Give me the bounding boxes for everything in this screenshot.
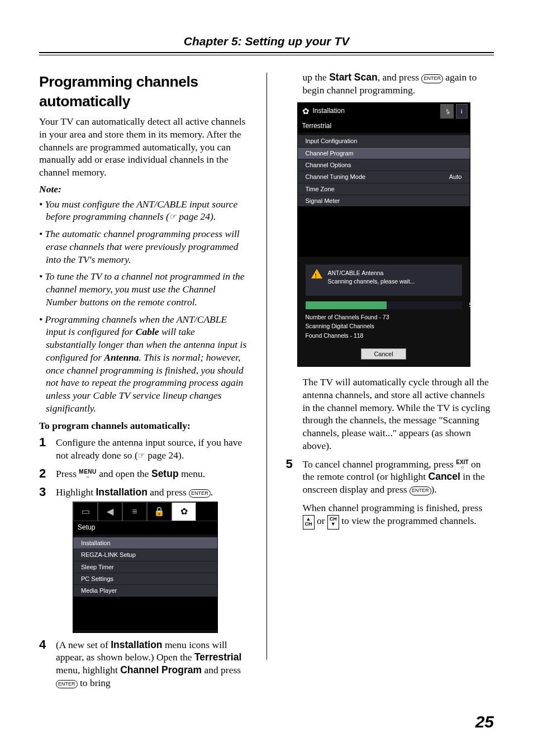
chapter-title: Chapter 5: Setting up your TV (0, 0, 533, 52)
section-heading: Programming channels automatically (39, 72, 248, 111)
note-list: You must configure the ANT/CABLE input s… (39, 198, 248, 415)
progress-fill (306, 301, 387, 309)
alert-line-2: Scanning channels, please wait... (328, 277, 456, 286)
tab-sound-icon: ◀ (98, 502, 122, 521)
step-3: Highlight Installation and press ENTER. … (39, 486, 248, 633)
menu-item-signal-meter: Signal Meter (298, 195, 470, 206)
enter-button-icon: ENTER (410, 486, 431, 495)
channel-down-icon (327, 515, 339, 530)
channel-up-icon (303, 515, 315, 530)
procedure-heading: To program channels automatically: (39, 419, 248, 432)
step-1: Configure the antenna input source, if y… (39, 436, 248, 462)
page-number: 25 (475, 711, 494, 733)
tab-setup-icon: ✿ (172, 502, 196, 521)
scan-stats: Number of Channels Found - 73 Scanning D… (306, 313, 462, 341)
menu-item-channel-options: Channel Options (298, 159, 470, 171)
enter-button-icon: ENTER (189, 489, 211, 498)
note-label: Note: (39, 183, 248, 196)
right-column: up the Start Scan, and press ENTER again… (286, 69, 494, 694)
stat-channels-found: Number of Channels Found - 73 (306, 313, 462, 322)
cancel-button[interactable]: Cancel (361, 348, 406, 360)
note-item: The automatic channel programming proces… (39, 228, 248, 266)
menu-item-sleep-timer: Sleep Timer (73, 561, 217, 573)
title-row: ✿ Installation ʰᵧᵧ i (298, 103, 470, 120)
note-item: To tune the TV to a channel not programm… (39, 270, 248, 308)
step-5: To cancel channel programming, press EXI… (286, 458, 494, 530)
pointer-icon: ☞ (169, 212, 177, 221)
left-column: Programming channels automatically Your … (39, 69, 248, 694)
step-4-continued: up the Start Scan, and press ENTER again… (286, 71, 494, 97)
menu-item-time-zone: Time Zone (298, 183, 470, 195)
alert-line-1: ANT/CABLE Antenna (328, 269, 456, 277)
enter-button-icon: ENTER (56, 680, 78, 689)
section-label: Setup (73, 521, 217, 535)
alert-box: ! ANT/CABLE Antenna Scanning channels, p… (306, 264, 462, 295)
note-item: You must configure the ANT/CABLE input s… (39, 198, 248, 224)
tab-info-icon: i (456, 104, 467, 119)
enter-button-icon: ENTER (421, 74, 443, 83)
pointer-icon: ☞ (138, 451, 145, 460)
exit-button-icon: EXIT○ (456, 460, 468, 470)
note-item: Programming channels when the ANT/CABLE … (39, 313, 248, 415)
panel-title: Installation (313, 107, 345, 116)
installation-menu-list: Input Configuration Channel Program Chan… (298, 133, 470, 259)
progress-percent: 52% (469, 301, 480, 309)
intro-paragraph: Your TV can automatically detect all act… (39, 115, 248, 179)
step-2: Press MENU○ and open the Setup menu. (39, 467, 248, 480)
gear-icon: ✿ (302, 106, 310, 117)
tab-preferences-icon: ≡ (122, 502, 147, 521)
menu-item-pc-settings: PC Settings (73, 573, 217, 584)
step-4-result-paragraph: The TV will automatically cycle through … (286, 376, 494, 452)
column-divider (266, 73, 267, 660)
progress-bar: 52% (306, 301, 462, 309)
setup-menu-list: Installation REGZA-LINK Setup Sleep Time… (73, 535, 217, 632)
menu-item-regza-link: REGZA-LINK Setup (73, 549, 217, 560)
step-list: Configure the antenna input source, if y… (39, 436, 248, 689)
menu-button-icon: MENU○ (79, 469, 96, 480)
menu-item-installation: Installation (73, 537, 217, 549)
tab-picture-icon: ▭ (73, 502, 98, 521)
divider-thin (39, 55, 494, 55)
stat-found-channels: Found Channels - 118 (306, 331, 462, 341)
setup-menu-screenshot: ▭ ◀ ≡ 🔒 ✿ Setup Installation REGZA-LINK … (73, 502, 218, 632)
step-list-continued: To cancel channel programming, press EXI… (286, 458, 494, 530)
menu-item-channel-program: Channel Program (298, 147, 470, 159)
menu-item-input-config: Input Configuration (298, 135, 470, 147)
tab-lock-icon: 🔒 (147, 502, 172, 521)
step-4: (A new set of Installation menu icons wi… (39, 639, 248, 689)
section-label-terrestrial: Terrestrial (298, 120, 470, 133)
stat-scanning-digital: Scanning Digital Channels (306, 322, 462, 331)
tab-antenna-icon: ʰᵧᵧ (440, 104, 454, 119)
menu-item-media-player: Media Player (73, 584, 217, 596)
divider-thick (39, 52, 494, 53)
menu-item-channel-tuning: Channel Tuning ModeAuto (298, 171, 470, 182)
tab-row: ▭ ◀ ≡ 🔒 ✿ (73, 502, 217, 521)
installation-menu-screenshot: ✿ Installation ʰᵧᵧ i Terrestrial Input C… (297, 102, 470, 367)
